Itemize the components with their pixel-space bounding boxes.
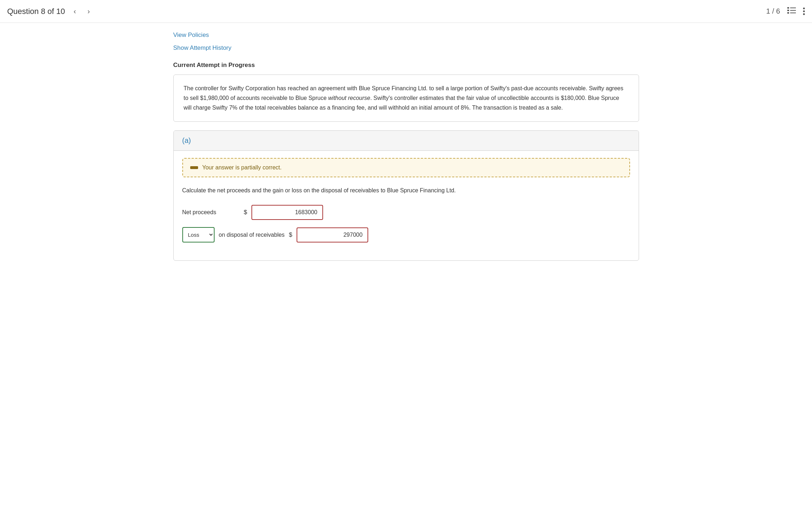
part-a-label: (a) <box>182 136 191 144</box>
part-a-section: (a) Your answer is partially correct. Ca… <box>173 130 639 261</box>
net-proceeds-dollar: $ <box>244 209 247 216</box>
partial-correct-banner: Your answer is partially correct. <box>182 158 630 177</box>
view-policies-link[interactable]: View Policies <box>173 30 639 40</box>
more-options-icon[interactable] <box>803 7 805 16</box>
part-a-body: Your answer is partially correct. Calcul… <box>174 151 639 261</box>
net-proceeds-label: Net proceeds <box>182 209 240 216</box>
page-header: Question 8 of 10 ‹ › 1 / 6 <box>0 0 812 23</box>
svg-rect-4 <box>787 10 789 11</box>
header-right: 1 / 6 <box>766 7 805 16</box>
current-attempt-heading: Current Attempt in Progress <box>173 62 639 69</box>
partial-banner-text: Your answer is partially correct. <box>202 164 282 171</box>
disposal-dollar: $ <box>289 231 292 239</box>
gain-loss-dropdown[interactable]: Gain Loss <box>182 227 215 242</box>
disposal-amount-input[interactable] <box>297 227 368 242</box>
show-attempt-history-link[interactable]: Show Attempt History <box>173 43 639 53</box>
header-left: Question 8 of 10 ‹ › <box>7 6 93 17</box>
problem-box: The controller for Swifty Corporation ha… <box>173 74 639 122</box>
net-proceeds-input[interactable] <box>251 205 323 220</box>
main-content: View Policies Show Attempt History Curre… <box>166 23 646 275</box>
disposal-label: on disposal of receivables <box>219 232 285 238</box>
svg-rect-5 <box>787 12 789 14</box>
disposal-row: Gain Loss on disposal of receivables $ <box>182 227 630 242</box>
problem-text: The controller for Swifty Corporation ha… <box>184 85 624 111</box>
net-proceeds-row: Net proceeds $ <box>182 205 630 220</box>
part-a-header: (a) <box>174 131 639 151</box>
partial-icon <box>190 166 198 169</box>
list-icon[interactable] <box>787 7 796 16</box>
page-counter: 1 / 6 <box>766 7 780 15</box>
svg-rect-3 <box>787 7 789 9</box>
part-a-instruction: Calculate the net proceeds and the gain … <box>182 186 630 195</box>
prev-question-button[interactable]: ‹ <box>71 6 79 17</box>
question-title: Question 8 of 10 <box>7 7 65 16</box>
next-question-button[interactable]: › <box>85 6 93 17</box>
